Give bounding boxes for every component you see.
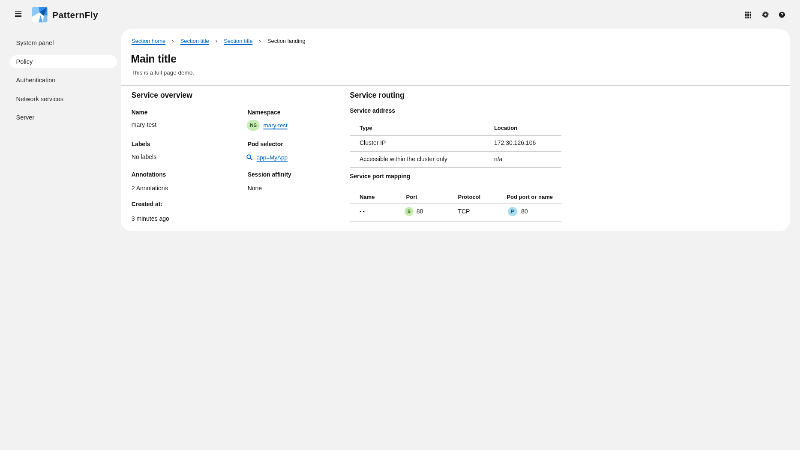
svg-text:?: ? <box>781 12 784 17</box>
